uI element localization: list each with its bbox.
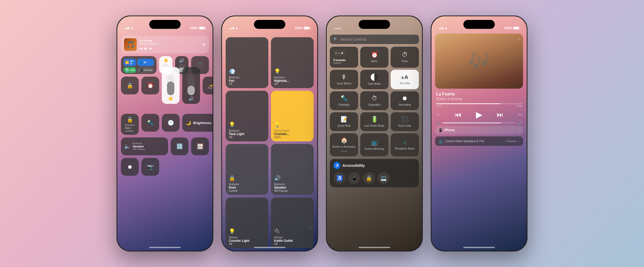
star-button[interactable]: ☆ xyxy=(436,112,440,118)
alarm-ctrl-tile[interactable]: ⏰ Alarm xyxy=(360,47,388,68)
accessibility-section: ♿ Accessibility ♿ 📱 🔒 💻 xyxy=(330,159,419,187)
battery-icon xyxy=(199,26,205,30)
cellular-button[interactable]: 📡 Cell xyxy=(124,67,136,73)
voice-memo-tile[interactable]: 🎙 Voice Memo xyxy=(330,70,358,89)
airdrop-button[interactable]: 📲 AirDrop xyxy=(137,67,154,73)
timer-ctrl-tile[interactable]: ⏱ Timer xyxy=(391,47,419,68)
kitchen-kettle-tile[interactable]: 🔌 Kitchen Kettle Outlet Off xyxy=(271,197,314,248)
entrance-door-tile-p2[interactable]: 🔒 Entrance Door Locked xyxy=(226,144,268,195)
prev-button[interactable]: ⏮ xyxy=(139,46,143,50)
acc-btn-2[interactable]: 📱 xyxy=(348,172,360,184)
playback-controls: ☆ ⏮ ▶ ⏭ ••• xyxy=(435,110,523,120)
fast-forward-button[interactable]: ⏭ xyxy=(497,111,504,119)
alarm-tile[interactable]: ⏰ xyxy=(141,77,159,94)
accessibility-label: Accessibility xyxy=(342,163,365,168)
window-tile[interactable]: 🪟 xyxy=(191,137,209,155)
signal-text-3: ●●●● xyxy=(334,27,341,30)
brightness-slider-large[interactable]: ☀️ xyxy=(162,67,180,104)
timer-label: Timer xyxy=(401,60,408,63)
acc-btn-4[interactable]: 💻 xyxy=(377,172,390,184)
dark-mode-icon xyxy=(371,73,378,81)
speakers-icon: 📺 xyxy=(439,139,443,143)
dynamic-island-1 xyxy=(149,20,181,29)
play-button[interactable]: ▶ xyxy=(476,110,482,120)
progress-track[interactable] xyxy=(436,103,522,104)
recording-tile[interactable]: ⏺ Recording xyxy=(391,91,419,110)
network-tile[interactable]: 📶 Wi-Fi 🔵 BT 📡 Cell xyxy=(121,56,157,74)
low-power-tile[interactable]: 🔋 Low Power Mode xyxy=(360,112,388,131)
next-button[interactable]: ⏭ xyxy=(149,46,153,50)
screen-mirroring-icon: 📺 xyxy=(371,139,378,146)
flashlight-ctrl-tile[interactable]: 🔦 Flashlight xyxy=(330,91,358,110)
low-power-label: Low Power Mode xyxy=(364,124,384,127)
screen-mirroring-tile[interactable]: 📺 Screen Mirroring xyxy=(360,133,388,156)
rewind-button[interactable]: ⏮ xyxy=(455,111,462,119)
alarm-label: Alarm xyxy=(371,60,378,63)
bedroom-tasklight-tile[interactable]: 💡 Bedroom Task Light Off xyxy=(226,91,268,142)
voice-memo-label: Voice Memo xyxy=(337,82,351,85)
search-controls-bar[interactable]: 🔍 Search Controls xyxy=(330,35,419,44)
flashlight-icon: 🔦 xyxy=(341,95,348,102)
translate-french-tile[interactable]: A ⇌ A Translate French xyxy=(330,47,358,68)
song-info: La Fuerte Shakira & Bizarrap xyxy=(435,92,523,101)
volume-track[interactable] xyxy=(443,122,515,123)
moon-focus-tile[interactable]: 🌙 Focus xyxy=(203,77,213,94)
vol-low-icon: 🔈 xyxy=(436,121,441,125)
bluetooth-button[interactable]: 🔵 BT xyxy=(137,59,154,66)
focus-tile[interactable]: 🌙 Brightness › xyxy=(182,114,213,132)
play-pause-button[interactable]: ▶ xyxy=(145,46,147,50)
album-art: 🎵 xyxy=(124,38,137,51)
wifi-button[interactable]: 📶 Wi-Fi xyxy=(124,59,136,66)
favorite-icon[interactable]: ♥ xyxy=(202,42,205,47)
calculator-tile[interactable]: 🔢 xyxy=(171,137,188,155)
stopwatch-tile[interactable]: ⏱ Stopwatch xyxy=(360,91,388,110)
scan-code-tile[interactable]: ⬛ Scan Code xyxy=(391,112,419,131)
accessibility-header: ♿ Accessibility xyxy=(334,162,415,169)
bedroom-speaker-tile[interactable]: 🔈 Bedroom Speaker Not Playing xyxy=(121,137,168,155)
flashlight-tile-p1[interactable]: 🔦 xyxy=(141,114,159,132)
kitchen-counterlight-tile[interactable]: 💡 Kitchen Counter Light Off xyxy=(226,197,268,248)
home-indicator-1 xyxy=(149,247,181,248)
focus-label: Brightness xyxy=(193,121,211,125)
scene-sublabel: Home xyxy=(341,150,347,153)
bedroom-nightstand-room: Bedroom xyxy=(274,76,285,79)
song-title: La Fuerte xyxy=(436,92,522,97)
dining-chandelier-tile[interactable]: 💡 Dining Room Chandel... 100% xyxy=(271,91,314,142)
dark-mode-tile[interactable]: Dark Mode xyxy=(360,70,388,89)
phone2-content: ♥ ⚙️ 💨 Bedroom Fan Off 💡 Bedroom xyxy=(222,31,317,251)
text-size-tile[interactable]: AA Text Size xyxy=(391,70,419,89)
home-indicator-2 xyxy=(254,247,285,248)
phone4-content: 🎶 ♪ La Fuerte Shakira & Bizarrap xyxy=(431,31,527,251)
battery-icon-4 xyxy=(513,26,519,30)
bedroom-speaker-tile-p2[interactable]: 🔊 Bedroom Speaker Not Playing xyxy=(271,144,314,195)
now-playing-tile[interactable]: 🎵 La Fuerte Shakira & Bizarr... ⏮ ▶ ⏭ ♥ xyxy=(121,36,209,54)
more-options-icon[interactable]: ••• xyxy=(518,113,522,117)
album-art-container: 🎶 ♪ xyxy=(435,34,523,89)
entrance-door-tile[interactable]: 🔒 EntranceDoorLocked xyxy=(121,114,139,135)
recognize-music-tile[interactable]: ♫ Recognize Music xyxy=(391,133,419,156)
battery-icon-2 xyxy=(304,26,310,30)
clock-tile[interactable]: 🕐 xyxy=(162,114,180,132)
bedroom-nightstand-tile[interactable]: 💡 Bedroom Nightsta... Off xyxy=(271,37,314,88)
speakers-row[interactable]: 📺 Control Other Speakers & TVs 4 Nearby … xyxy=(435,136,523,146)
quick-note-tile[interactable]: 📝 Quick Note xyxy=(330,112,358,131)
bedroom-fan-room: Bedroom xyxy=(229,76,240,79)
progress-section: 1:46 -0:59 xyxy=(435,103,523,108)
bedroom-tasklight-name: Task Light xyxy=(229,132,244,136)
scene-accessory-tile[interactable]: 🏠 Scene or Accessory Home xyxy=(330,133,358,156)
flashlight-label: Flashlight xyxy=(338,103,350,106)
volume-section: 🔈 🔊 xyxy=(435,121,523,125)
bedroom-nightstand-status: Off xyxy=(274,83,277,86)
camera-tile[interactable]: 📷 xyxy=(141,158,159,176)
acc-btn-3[interactable]: 🔒 xyxy=(363,172,375,184)
lock-tile-btn[interactable]: 🔒 xyxy=(121,77,139,94)
record-tile[interactable]: ⏺ xyxy=(121,158,139,176)
bedroom-fan-tile[interactable]: 💨 Bedroom Fan Off xyxy=(226,37,268,88)
output-device-row[interactable]: 📱 iPhone › xyxy=(435,126,523,134)
progress-times: 1:46 -0:59 xyxy=(436,105,522,108)
home-indicator-4 xyxy=(463,247,495,248)
music-tile[interactable]: 🎵 xyxy=(191,56,209,74)
speakers-label: Control Other Speakers & TVs xyxy=(445,140,484,143)
acc-btn-1[interactable]: ♿ xyxy=(334,172,346,184)
np-controls[interactable]: ⏮ ▶ ⏭ xyxy=(139,46,206,50)
